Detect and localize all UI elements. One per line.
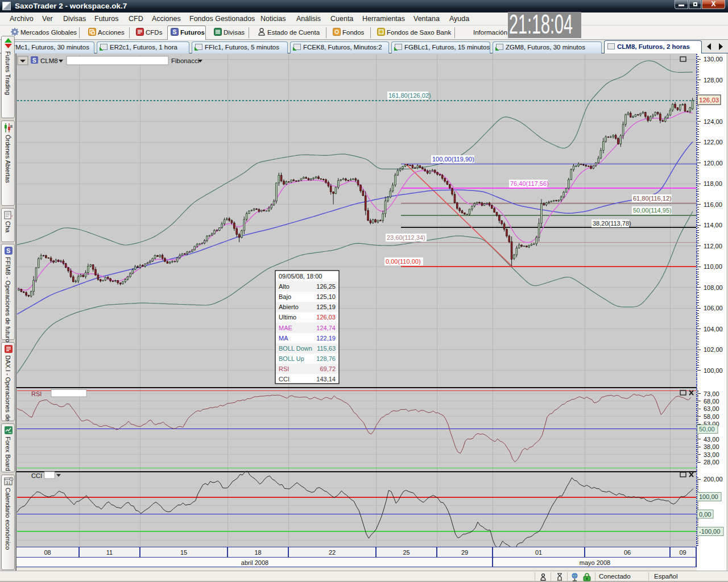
svg-text:0,00(110,00): 0,00(110,00) — [386, 258, 421, 265]
svg-text:124,00: 124,00 — [704, 118, 723, 125]
svg-text:50,00: 50,00 — [699, 426, 715, 433]
svg-text:128,76: 128,76 — [316, 355, 336, 362]
svg-text:143,14: 143,14 — [316, 376, 336, 383]
svg-text:CCI: CCI — [31, 472, 42, 479]
svg-text:RSI: RSI — [31, 390, 42, 397]
svg-text:200,00: 200,00 — [704, 476, 723, 483]
svg-text:126,25: 126,25 — [316, 283, 336, 290]
svg-text:128,00: 128,00 — [704, 77, 723, 84]
svg-text:100,00(119,90): 100,00(119,90) — [432, 156, 474, 163]
svg-text:25: 25 — [403, 549, 410, 556]
svg-text:114,00: 114,00 — [704, 222, 722, 228]
svg-text:Alto: Alto — [279, 283, 289, 290]
svg-text:69,72: 69,72 — [320, 365, 336, 372]
svg-text:Abierto: Abierto — [279, 304, 299, 310]
svg-text:122,19: 122,19 — [316, 335, 336, 342]
svg-text:-100,00: -100,00 — [699, 528, 720, 535]
svg-text:CLM8: CLM8 — [40, 57, 58, 64]
svg-text:58,00: 58,00 — [704, 413, 719, 420]
svg-text:S: S — [173, 28, 177, 35]
svg-text:116,00: 116,00 — [704, 201, 722, 208]
svg-text:76,40(117,56): 76,40(117,56) — [510, 180, 549, 187]
svg-text:15: 15 — [180, 549, 187, 556]
svg-text:18: 18 — [254, 549, 261, 556]
svg-text:Ultimo: Ultimo — [279, 314, 296, 321]
svg-text:09: 09 — [679, 549, 686, 556]
svg-text:38,20(113,78): 38,20(113,78) — [593, 220, 631, 227]
svg-text:100,00: 100,00 — [699, 493, 718, 500]
svg-text:100,00: 100,00 — [704, 367, 723, 374]
svg-text:61,80(116,12): 61,80(116,12) — [633, 195, 672, 202]
svg-text:09/05/08, 18:00: 09/05/08, 18:00 — [279, 273, 322, 280]
svg-text:110,00: 110,00 — [704, 263, 722, 270]
svg-text:120,00: 120,00 — [704, 160, 723, 167]
svg-text:126,03: 126,03 — [316, 314, 336, 321]
svg-text:08: 08 — [44, 549, 51, 556]
svg-text:102,00: 102,00 — [704, 346, 723, 353]
svg-text:S: S — [32, 57, 36, 64]
svg-text:108,00: 108,00 — [704, 284, 723, 291]
svg-text:125,10: 125,10 — [316, 293, 336, 300]
svg-text:MAE: MAE — [279, 325, 292, 331]
svg-text:Bajo: Bajo — [279, 293, 291, 300]
svg-text:43,00: 43,00 — [704, 436, 719, 443]
svg-text:BOLL Down: BOLL Down — [279, 345, 312, 352]
svg-text:106,00: 106,00 — [704, 305, 723, 311]
svg-text:130,00: 130,00 — [704, 56, 723, 63]
svg-text:104,00: 104,00 — [704, 326, 723, 332]
svg-text:122,00: 122,00 — [704, 139, 723, 146]
svg-text:33,00: 33,00 — [704, 451, 719, 458]
svg-text:S: S — [6, 247, 10, 254]
svg-text:0,00: 0,00 — [699, 511, 711, 518]
svg-text:118,00: 118,00 — [704, 180, 722, 187]
svg-text:23,60(112,34): 23,60(112,34) — [387, 234, 425, 241]
svg-text:abril 2008: abril 2008 — [241, 559, 268, 566]
svg-text:11: 11 — [106, 549, 113, 556]
svg-text:124,74: 124,74 — [316, 325, 336, 331]
svg-text:63,00: 63,00 — [704, 405, 719, 412]
svg-text:68,00: 68,00 — [704, 398, 719, 405]
svg-text:125,19: 125,19 — [316, 304, 336, 310]
svg-text:RSI: RSI — [279, 365, 289, 372]
svg-text:mayo 2008: mayo 2008 — [580, 559, 610, 566]
svg-text:161,80(126,02): 161,80(126,02) — [388, 92, 431, 99]
svg-text:22: 22 — [329, 549, 336, 556]
svg-text:28,00: 28,00 — [704, 459, 719, 465]
svg-text:BOLL Up: BOLL Up — [279, 355, 304, 362]
svg-text:01: 01 — [535, 549, 542, 556]
svg-text:115,63: 115,63 — [317, 345, 336, 352]
svg-text:Fibonacci: Fibonacci — [171, 57, 199, 64]
svg-text:CCI: CCI — [279, 376, 289, 383]
svg-text:31: 31 — [6, 480, 11, 485]
svg-text:126,03: 126,03 — [699, 97, 719, 103]
svg-text:73,00: 73,00 — [704, 390, 719, 397]
svg-text:06: 06 — [624, 549, 631, 556]
svg-text:29: 29 — [461, 549, 468, 556]
svg-text:50,00(114,95): 50,00(114,95) — [633, 207, 672, 214]
svg-text:38,00: 38,00 — [704, 443, 719, 450]
svg-text:112,00: 112,00 — [704, 243, 722, 250]
svg-text:MA: MA — [279, 335, 288, 342]
